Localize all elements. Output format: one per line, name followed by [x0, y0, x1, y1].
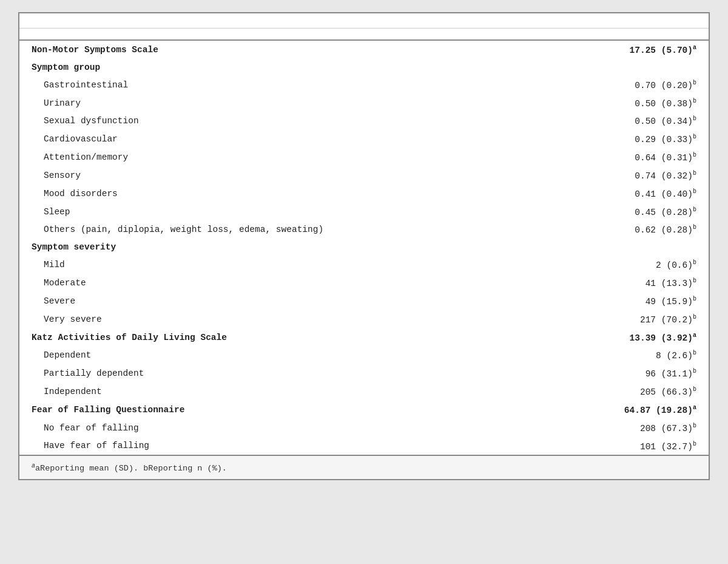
table-row: No fear of falling208 (67.3)b: [19, 419, 709, 437]
col-statistic-header: [547, 29, 709, 40]
row-label-katz: Katz Activities of Daily Living Scale: [19, 328, 547, 347]
row-label-urinary: Urinary: [19, 94, 547, 112]
row-label-gastrointestinal: Gastrointestinal: [19, 76, 547, 94]
row-label-dependent: Dependent: [19, 346, 547, 364]
table-row: Very severe217 (70.2)b: [19, 310, 709, 328]
row-value-moderate: 41 (13.3)b: [547, 274, 709, 292]
table-row: Katz Activities of Daily Living Scale13.…: [19, 328, 709, 347]
table-row: Gastrointestinal0.70 (0.20)b: [19, 76, 709, 94]
row-label-nmss: Non-Motor Symptoms Scale: [19, 40, 547, 59]
table-row: Mood disorders0.41 (0.40)b: [19, 185, 709, 203]
table-row: Cardiovascular0.29 (0.33)b: [19, 130, 709, 148]
row-value-others: 0.62 (0.28)b: [547, 220, 709, 239]
row-label-have-fear: Have fear of falling: [19, 437, 547, 455]
table-row: Fear of Falling Questionnaire64.87 (19.2…: [19, 401, 709, 419]
row-label-moderate: Moderate: [19, 274, 547, 292]
row-label-partially-dependent: Partially dependent: [19, 364, 547, 382]
row-value-no-fear: 208 (67.3)b: [547, 419, 709, 437]
row-label-mild: Mild: [19, 256, 547, 274]
row-value-symptom-group: [547, 59, 709, 76]
table-row: Independent205 (66.3)b: [19, 382, 709, 401]
table-row: Partially dependent96 (31.1)b: [19, 364, 709, 382]
row-value-urinary: 0.50 (0.38)b: [547, 94, 709, 112]
table-row: Mild2 (0.6)b: [19, 256, 709, 274]
table-row: Others (pain, diplopia, weight loss, ede…: [19, 220, 709, 239]
table-container: Non-Motor Symptoms Scale17.25 (5.70)aSym…: [18, 12, 710, 480]
row-value-have-fear: 101 (32.7)b: [547, 437, 709, 455]
row-value-gastrointestinal: 0.70 (0.20)b: [547, 76, 709, 94]
data-table: Non-Motor Symptoms Scale17.25 (5.70)aSym…: [19, 29, 709, 455]
row-label-independent: Independent: [19, 382, 547, 401]
row-value-partially-dependent: 96 (31.1)b: [547, 364, 709, 382]
row-label-no-fear: No fear of falling: [19, 419, 547, 437]
table-row: Have fear of falling101 (32.7)b: [19, 437, 709, 455]
table-caption: [19, 13, 709, 29]
table-row: Severe49 (15.9)b: [19, 292, 709, 310]
table-row: Attention/memory0.64 (0.31)b: [19, 148, 709, 166]
row-value-katz: 13.39 (3.92)a: [547, 328, 709, 347]
row-value-severe: 49 (15.9)b: [547, 292, 709, 310]
row-label-fof: Fear of Falling Questionnaire: [19, 401, 547, 419]
row-label-others: Others (pain, diplopia, weight loss, ede…: [19, 220, 547, 239]
row-value-nmss: 17.25 (5.70)a: [547, 40, 709, 59]
row-value-very-severe: 217 (70.2)b: [547, 310, 709, 328]
table-row: Sleep0.45 (0.28)b: [19, 203, 709, 221]
table-row: Sensory0.74 (0.32)b: [19, 166, 709, 185]
row-value-mood-disorders: 0.41 (0.40)b: [547, 185, 709, 203]
row-label-very-severe: Very severe: [19, 310, 547, 328]
row-label-symptom-severity: Symptom severity: [19, 239, 547, 256]
footnote-text: aReporting mean (SD). bReporting n (%).: [35, 464, 227, 473]
row-label-sensory: Sensory: [19, 166, 547, 185]
row-label-symptom-group: Symptom group: [19, 59, 547, 76]
row-value-dependent: 8 (2.6)b: [547, 346, 709, 364]
row-value-fof: 64.87 (19.28)a: [547, 401, 709, 419]
row-value-cardiovascular: 0.29 (0.33)b: [547, 130, 709, 148]
col-scales-header: [19, 29, 547, 40]
table-row: Urinary0.50 (0.38)b: [19, 94, 709, 112]
table-row: Moderate41 (13.3)b: [19, 274, 709, 292]
row-label-severe: Severe: [19, 292, 547, 310]
table-row: Dependent8 (2.6)b: [19, 346, 709, 364]
table-header-row: [19, 29, 709, 40]
row-label-sexual-dysfunction: Sexual dysfunction: [19, 112, 547, 130]
table-row: Non-Motor Symptoms Scale17.25 (5.70)a: [19, 40, 709, 59]
row-value-attention-memory: 0.64 (0.31)b: [547, 148, 709, 166]
row-value-sexual-dysfunction: 0.50 (0.34)b: [547, 112, 709, 130]
row-label-sleep: Sleep: [19, 203, 547, 221]
row-value-sleep: 0.45 (0.28)b: [547, 203, 709, 221]
row-value-mild: 2 (0.6)b: [547, 256, 709, 274]
row-label-mood-disorders: Mood disorders: [19, 185, 547, 203]
row-value-sensory: 0.74 (0.32)b: [547, 166, 709, 185]
table-row: Symptom severity: [19, 239, 709, 256]
row-value-symptom-severity: [547, 239, 709, 256]
row-value-independent: 205 (66.3)b: [547, 382, 709, 401]
row-label-cardiovascular: Cardiovascular: [19, 130, 547, 148]
row-label-attention-memory: Attention/memory: [19, 148, 547, 166]
table-row: Sexual dysfunction0.50 (0.34)b: [19, 112, 709, 130]
table-footer: aaReporting mean (SD). bReporting n (%).: [19, 455, 709, 479]
table-row: Symptom group: [19, 59, 709, 76]
